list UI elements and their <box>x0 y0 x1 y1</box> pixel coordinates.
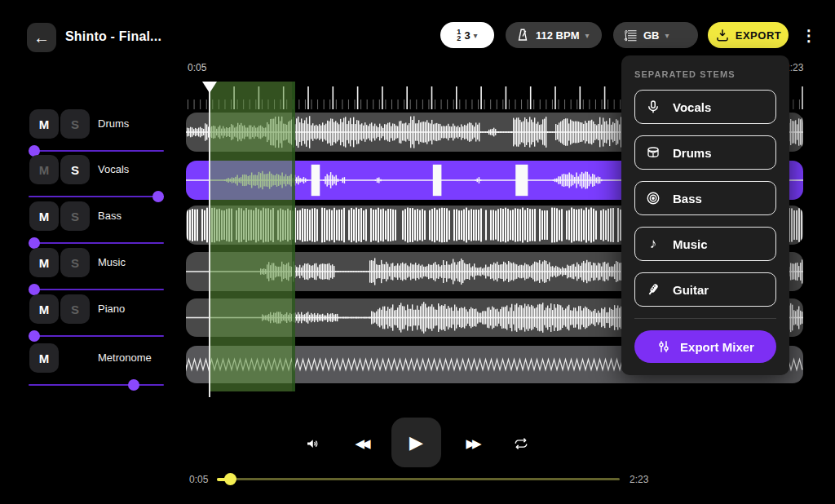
play-icon: ▶ <box>409 432 423 453</box>
play-button[interactable]: ▶ <box>391 418 441 467</box>
mixer-track-vocals: M S Vocals <box>0 155 186 201</box>
song-title: Shinto - Final... <box>65 29 161 44</box>
stem-download-guitar[interactable]: Guitar <box>634 272 776 307</box>
mixer-track-bass: M S Bass <box>0 201 186 247</box>
solo-button[interactable]: S <box>60 155 90 184</box>
volume-thumb[interactable] <box>29 237 40 249</box>
progress-total-time: 2:23 <box>630 474 648 485</box>
mute-button[interactable]: M <box>29 294 59 324</box>
divider <box>634 318 776 319</box>
bass-speaker-icon <box>646 191 660 206</box>
mixer-track-piano: M S Piano <box>0 294 186 340</box>
stem-download-bass[interactable]: Bass <box>634 181 776 215</box>
track-name: Vocals <box>98 163 129 175</box>
chevron-down-icon: ▾ <box>474 31 478 40</box>
progress-thumb[interactable] <box>224 473 236 485</box>
timeline-start-label: 0:05 <box>188 62 206 73</box>
repeat-icon <box>514 436 528 451</box>
stem-download-music[interactable]: ♪ Music <box>634 227 776 261</box>
stem-download-vocals[interactable]: Vocals <box>634 90 776 124</box>
solo-button[interactable]: S <box>60 109 90 139</box>
solo-button[interactable]: S <box>60 201 90 231</box>
back-button[interactable]: ← <box>27 23 56 52</box>
back-arrow-icon: ← <box>33 29 50 47</box>
volume-slider[interactable] <box>29 330 164 342</box>
volume-thumb[interactable] <box>29 284 40 295</box>
export-mixer-button[interactable]: Export Mixer <box>634 330 776 363</box>
stem-player-app: ← Shinto - Final... 12 3 ▾ 112 BPM ▾ GB … <box>0 0 835 504</box>
rewind-button[interactable]: ◀◀ <box>349 431 377 456</box>
fast-forward-button[interactable]: ▶▶ <box>460 431 488 456</box>
separated-stems-panel: SEPARATED STEMS Vocals Drums Bass ♪ Musi… <box>621 55 789 375</box>
track-name: Music <box>98 256 126 268</box>
progress-current-time: 0:05 <box>189 474 208 485</box>
volume-button[interactable] <box>300 431 325 456</box>
volume-thumb[interactable] <box>152 191 164 202</box>
download-icon <box>715 28 730 42</box>
bpm-selector[interactable]: 112 BPM ▾ <box>506 22 602 48</box>
speaker-icon <box>305 436 320 451</box>
drum-icon <box>646 145 660 160</box>
key-selector[interactable]: GB ▾ <box>613 22 698 48</box>
rewind-icon: ◀◀ <box>355 436 367 451</box>
chevron-down-icon: ▾ <box>665 31 669 40</box>
track-name: Metronome <box>98 351 152 364</box>
fast-forward-icon: ▶▶ <box>466 436 478 451</box>
stem-download-drums[interactable]: Drums <box>634 135 776 170</box>
loop-button[interactable] <box>509 431 533 456</box>
kebab-icon: ⋮ <box>802 26 817 45</box>
mute-button[interactable]: M <box>29 155 59 184</box>
time-signature-selector[interactable]: 12 3 ▾ <box>440 22 494 48</box>
mixer-sliders-icon <box>656 339 671 354</box>
volume-slider[interactable] <box>29 237 164 249</box>
progress-bar[interactable] <box>217 478 620 480</box>
volume-thumb[interactable] <box>128 379 139 391</box>
playhead-handle[interactable] <box>202 82 217 93</box>
time-signature-fraction: 12 <box>457 29 461 42</box>
mute-button[interactable]: M <box>29 201 59 231</box>
volume-thumb[interactable] <box>29 330 40 342</box>
chevron-down-icon: ▾ <box>585 31 589 40</box>
overflow-menu-button[interactable]: ⋮ <box>800 22 818 48</box>
track-name: Bass <box>98 210 121 222</box>
solo-button[interactable]: S <box>60 248 90 277</box>
mixer-track-drums: M S Drums <box>0 109 186 155</box>
microphone-icon <box>646 99 660 114</box>
music-staff-icon <box>623 28 638 42</box>
music-note-icon: ♪ <box>646 237 660 251</box>
mixer-track-music: M S Music <box>0 248 186 294</box>
mute-button[interactable]: M <box>29 109 59 139</box>
volume-slider[interactable] <box>29 379 164 391</box>
track-name: Drums <box>98 117 129 130</box>
mute-button[interactable]: M <box>29 248 59 277</box>
metronome-icon <box>515 28 530 42</box>
solo-button[interactable]: S <box>60 294 90 324</box>
track-name: Piano <box>98 303 125 315</box>
export-button[interactable]: EXPORT <box>708 22 789 48</box>
guitar-icon <box>646 282 660 297</box>
volume-slider[interactable] <box>29 191 164 202</box>
volume-slider[interactable] <box>29 284 164 295</box>
playhead-line <box>209 85 210 397</box>
stems-panel-title: SEPARATED STEMS <box>634 69 776 79</box>
loop-selection-region[interactable] <box>209 82 295 391</box>
mixer-track-metronome: M Metronome <box>0 343 186 389</box>
mute-button[interactable]: M <box>29 343 59 373</box>
